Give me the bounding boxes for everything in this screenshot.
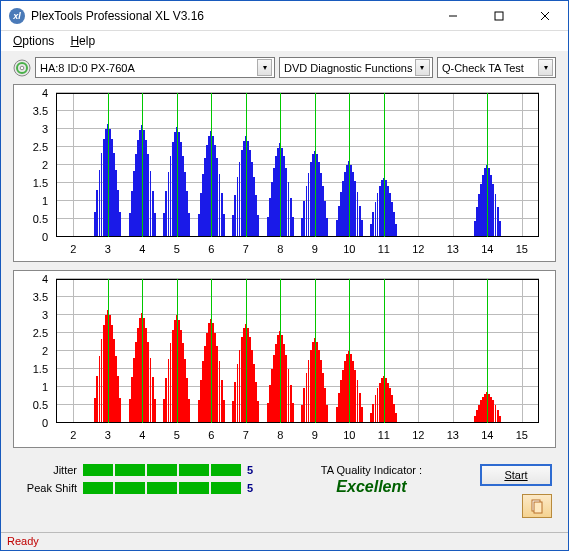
action-buttons: Start bbox=[480, 464, 552, 518]
y-tick: 1.5 bbox=[33, 177, 48, 189]
x-tick: 4 bbox=[139, 243, 145, 255]
x-tick: 12 bbox=[412, 243, 424, 255]
quality-meters: Jitter 5 Peak Shift 5 bbox=[17, 464, 263, 494]
chart-top: 00.511.522.533.54 23456789101112131415 bbox=[13, 84, 556, 262]
jitter-bars bbox=[83, 464, 241, 476]
x-tick: 11 bbox=[378, 429, 390, 441]
chevron-down-icon: ▾ bbox=[415, 59, 430, 76]
toolbar: HA:8 ID:0 PX-760A ▾ DVD Diagnostic Funct… bbox=[13, 57, 556, 78]
x-tick: 14 bbox=[481, 243, 493, 255]
x-tick: 3 bbox=[105, 429, 111, 441]
y-tick: 3.5 bbox=[33, 105, 48, 117]
peakshift-label: Peak Shift bbox=[17, 482, 77, 494]
y-tick: 2 bbox=[42, 345, 48, 357]
minimize-button[interactable] bbox=[430, 1, 476, 31]
x-tick: 7 bbox=[243, 429, 249, 441]
x-tick: 13 bbox=[447, 429, 459, 441]
x-tick: 2 bbox=[70, 243, 76, 255]
chevron-down-icon: ▾ bbox=[257, 59, 272, 76]
quality-indicator-value: Excellent bbox=[271, 478, 472, 496]
svg-rect-8 bbox=[534, 502, 542, 513]
status-text: Ready bbox=[7, 535, 39, 547]
device-select[interactable]: HA:8 ID:0 PX-760A ▾ bbox=[35, 57, 275, 78]
x-tick: 6 bbox=[208, 429, 214, 441]
svg-rect-1 bbox=[495, 12, 503, 20]
peakshift-value: 5 bbox=[247, 482, 263, 494]
y-tick: 1.5 bbox=[33, 363, 48, 375]
menu-options[interactable]: Options bbox=[7, 32, 60, 50]
x-tick: 9 bbox=[312, 429, 318, 441]
y-tick: 3.5 bbox=[33, 291, 48, 303]
y-tick: 3 bbox=[42, 123, 48, 135]
x-tick: 15 bbox=[516, 429, 528, 441]
x-tick: 15 bbox=[516, 243, 528, 255]
quality-indicator: TA Quality Indicator : Excellent bbox=[271, 464, 472, 496]
diagnostic-select-value: DVD Diagnostic Functions bbox=[284, 62, 415, 74]
x-tick: 5 bbox=[174, 429, 180, 441]
y-tick: 1 bbox=[42, 381, 48, 393]
peakshift-bars bbox=[83, 482, 241, 494]
x-tick: 4 bbox=[139, 429, 145, 441]
disc-icon bbox=[13, 59, 31, 77]
start-button[interactable]: Start bbox=[480, 464, 552, 486]
x-tick: 10 bbox=[343, 429, 355, 441]
qcheck-select-value: Q-Check TA Test bbox=[442, 62, 538, 74]
quality-panel: Jitter 5 Peak Shift 5 TA Quality Indicat… bbox=[13, 456, 556, 518]
chevron-down-icon: ▾ bbox=[538, 59, 553, 76]
device-select-value: HA:8 ID:0 PX-760A bbox=[40, 62, 257, 74]
svg-point-6 bbox=[20, 66, 24, 70]
titlebar: xl PlexTools Professional XL V3.16 bbox=[1, 1, 568, 31]
y-tick: 2.5 bbox=[33, 141, 48, 153]
y-tick: 4 bbox=[42, 273, 48, 285]
x-tick: 6 bbox=[208, 243, 214, 255]
x-tick: 7 bbox=[243, 243, 249, 255]
x-tick: 8 bbox=[277, 429, 283, 441]
jitter-value: 5 bbox=[247, 464, 263, 476]
chart-bottom: 00.511.522.533.54 23456789101112131415 bbox=[13, 270, 556, 448]
y-tick: 3 bbox=[42, 309, 48, 321]
y-tick: 0.5 bbox=[33, 399, 48, 411]
y-tick: 2.5 bbox=[33, 327, 48, 339]
y-tick: 0 bbox=[42, 417, 48, 429]
copy-button[interactable] bbox=[522, 494, 552, 518]
menu-help[interactable]: Help bbox=[64, 32, 101, 50]
window-title: PlexTools Professional XL V3.16 bbox=[31, 9, 430, 23]
window-controls bbox=[430, 1, 568, 31]
quality-indicator-label: TA Quality Indicator : bbox=[271, 464, 472, 476]
x-tick: 9 bbox=[312, 243, 318, 255]
close-button[interactable] bbox=[522, 1, 568, 31]
x-tick: 2 bbox=[70, 429, 76, 441]
jitter-label: Jitter bbox=[17, 464, 77, 476]
y-tick: 0 bbox=[42, 231, 48, 243]
maximize-button[interactable] bbox=[476, 1, 522, 31]
qcheck-select[interactable]: Q-Check TA Test ▾ bbox=[437, 57, 556, 78]
x-tick: 5 bbox=[174, 243, 180, 255]
diagnostic-select[interactable]: DVD Diagnostic Functions ▾ bbox=[279, 57, 433, 78]
client-area: HA:8 ID:0 PX-760A ▾ DVD Diagnostic Funct… bbox=[1, 51, 568, 532]
x-tick: 12 bbox=[412, 429, 424, 441]
y-tick: 2 bbox=[42, 159, 48, 171]
statusbar: Ready bbox=[1, 532, 568, 551]
app-icon: xl bbox=[9, 8, 25, 24]
x-tick: 3 bbox=[105, 243, 111, 255]
y-tick: 4 bbox=[42, 87, 48, 99]
menubar: Options Help bbox=[1, 31, 568, 51]
x-tick: 8 bbox=[277, 243, 283, 255]
x-tick: 10 bbox=[343, 243, 355, 255]
y-tick: 0.5 bbox=[33, 213, 48, 225]
x-tick: 13 bbox=[447, 243, 459, 255]
x-tick: 11 bbox=[378, 243, 390, 255]
x-tick: 14 bbox=[481, 429, 493, 441]
y-tick: 1 bbox=[42, 195, 48, 207]
